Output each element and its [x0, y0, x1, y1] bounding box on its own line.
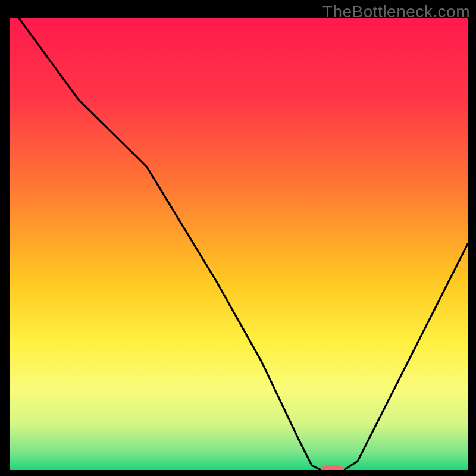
- plot-background: [10, 18, 468, 470]
- chart-frame: TheBottleneck.com: [0, 0, 476, 476]
- bottleneck-chart: [10, 18, 468, 470]
- optimal-marker: [321, 465, 345, 470]
